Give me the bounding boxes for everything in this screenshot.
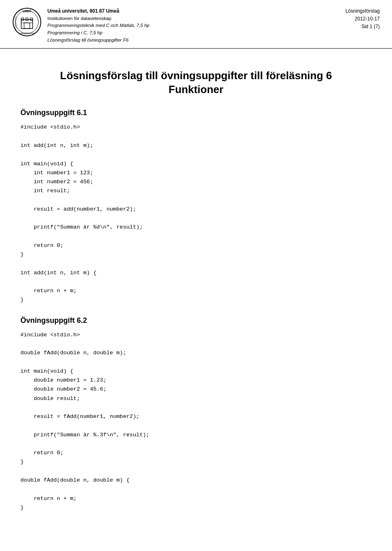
svg-rect-4 [21, 18, 24, 20]
university-logo: UMEÅ UNIVERSITET V E R S I T E T [12, 7, 42, 37]
header-left: UMEÅ UNIVERSITET V E R S I T E T Umeå un… [12, 7, 149, 44]
doc-type-line: Lösningsförslag till övningsuppgifter F6 [47, 37, 149, 44]
course-line1: Programmeringsteknik med C och Matlab, 7… [47, 22, 149, 29]
svg-point-1 [16, 11, 38, 33]
header-right: Lösningsförslag 2012-10-17 Sid 1 (7) [345, 7, 380, 31]
uni-name: Umeå universitet, 901 87 Umeå [47, 7, 149, 15]
doc-date: 2012-10-17 [345, 15, 380, 23]
code-block-1: #include <stdio.h> int add(int n, int m)… [20, 123, 372, 304]
document-title: Lösningsförslag till övningsuppgifter ti… [20, 69, 372, 97]
page-number: Sid 1 (7) [345, 23, 380, 31]
section-heading-1: Övningsuppgift 6.1 [20, 109, 372, 117]
svg-text:V E R S I T E T: V E R S I T E T [14, 17, 17, 31]
svg-rect-7 [24, 23, 30, 29]
doc-label: Lösningsförslag [345, 7, 380, 15]
section-heading-2: Övningsuppgift 6.2 [20, 316, 372, 325]
institution-name: Institutionen för datavetenskap [47, 15, 149, 22]
code-block-2: #include <stdio.h> double fAdd(double n,… [20, 331, 372, 512]
course-line2: Programmering i C, 7,5 hp [47, 29, 149, 37]
svg-text:UNIVERSITET: UNIVERSITET [20, 32, 35, 35]
main-content: Lösningsförslag till övningsuppgifter ti… [0, 53, 392, 532]
page-header: UMEÅ UNIVERSITET V E R S I T E T Umeå un… [0, 0, 392, 49]
svg-text:UMEÅ: UMEÅ [23, 9, 31, 13]
svg-rect-3 [21, 20, 33, 29]
svg-rect-6 [30, 18, 33, 20]
header-institution-text: Umeå universitet, 901 87 Umeå Institutio… [47, 7, 149, 44]
svg-rect-5 [26, 18, 28, 20]
title-text: Lösningsförslag till övningsuppgifter ti… [20, 69, 372, 97]
